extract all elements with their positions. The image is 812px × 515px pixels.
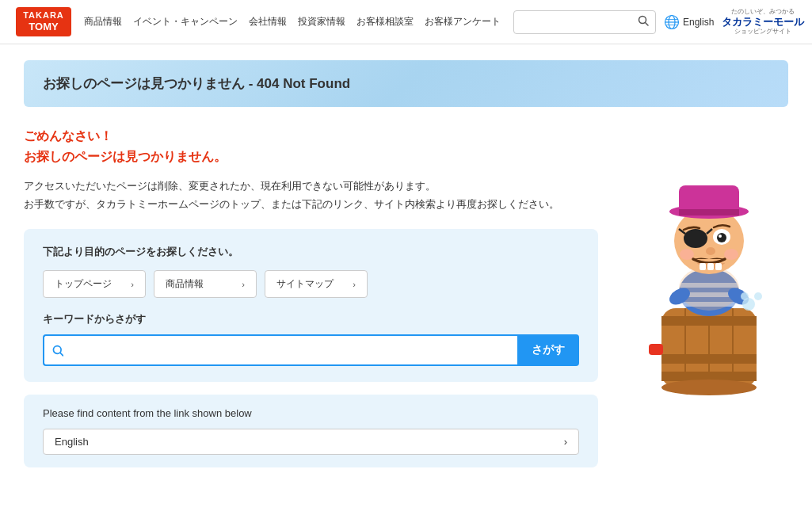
- error-banner: お探しのページは見つかりません - 404 Not Found: [24, 60, 788, 107]
- nav-item-investors[interactable]: 投資家情報: [298, 15, 345, 29]
- english-link-button[interactable]: English ›: [43, 429, 579, 455]
- svg-point-30: [684, 229, 707, 248]
- error-heading-line2: お探しのページは見つかりません。: [24, 147, 598, 167]
- link-box-title: 下記より目的のページをお探しください。: [43, 245, 579, 259]
- svg-rect-39: [715, 263, 722, 270]
- logo-line2: TOMY: [29, 21, 58, 33]
- keyword-input-wrap: [43, 334, 517, 366]
- svg-rect-38: [707, 263, 714, 270]
- search-icon: [638, 15, 649, 26]
- takara-tomy-logo[interactable]: TAKARA TOMY: [16, 7, 71, 36]
- svg-rect-16: [649, 344, 663, 355]
- left-content: ごめんなさい！ お探しのページは見つかりません。 アクセスいただいたページは削除…: [24, 126, 598, 467]
- svg-point-36: [706, 247, 715, 255]
- sitemap-label: サイトマップ: [276, 277, 334, 291]
- top-page-label: トップページ: [55, 277, 112, 291]
- chevron-icon: ›: [353, 280, 356, 289]
- nav-item-products[interactable]: 商品情報: [84, 15, 122, 29]
- lang-label: English: [683, 17, 714, 28]
- logo-line1: TAKARA: [23, 10, 64, 21]
- svg-rect-37: [700, 263, 706, 270]
- nav-item-events[interactable]: イベント・キャンペーン: [133, 15, 238, 29]
- nav-item-company[interactable]: 会社情報: [249, 15, 287, 29]
- keyword-search: さがす: [43, 334, 579, 366]
- chevron-icon: ›: [131, 280, 134, 289]
- error-heading-line1: ごめんなさい！: [24, 126, 598, 147]
- banner-title: お探しのページは見つかりません - 404 Not Found: [43, 74, 769, 93]
- products-button[interactable]: 商品情報 ›: [154, 270, 257, 298]
- keyword-input[interactable]: [68, 345, 509, 357]
- svg-line-8: [60, 353, 63, 355]
- english-box: Please find content from the link shown …: [24, 395, 598, 467]
- svg-rect-29: [679, 209, 739, 216]
- content-area: ごめんなさい！ お探しのページは見つかりません。 アクセスいただいたページは削除…: [24, 126, 788, 467]
- svg-point-40: [680, 249, 694, 260]
- keyword-title: キーワードからさがす: [43, 312, 579, 326]
- nav-item-survey[interactable]: お客様アンケート: [425, 15, 501, 29]
- right-content: [614, 126, 788, 467]
- top-page-button[interactable]: トップページ ›: [43, 270, 146, 298]
- takara-mall-link[interactable]: たのしいぞ、みつかる タカラミーモール ショッピングサイト: [722, 8, 804, 36]
- products-label: 商品情報: [166, 277, 204, 291]
- main-nav: 商品情報 イベント・キャンペーン 会社情報 投資家情報 お客様相談室 お客様アン…: [84, 15, 501, 29]
- mall-sub: ショッピングサイト: [734, 28, 791, 36]
- header-search-box[interactable]: [513, 10, 656, 34]
- svg-point-35: [719, 235, 722, 238]
- header-search-button[interactable]: [638, 15, 649, 29]
- pirate-illustration: [622, 134, 780, 403]
- sitemap-button[interactable]: サイトマップ ›: [265, 270, 368, 298]
- language-selector[interactable]: English: [664, 14, 714, 30]
- search-icon: [52, 345, 63, 357]
- site-header: TAKARA TOMY 商品情報 イベント・キャンペーン 会社情報 投資家情報 …: [0, 0, 812, 44]
- svg-point-41: [724, 249, 738, 260]
- nav-item-support[interactable]: お客様相談室: [356, 15, 414, 29]
- error-description: アクセスいただいたページは削除、変更されたか、現在利用できない可能性があります。…: [24, 177, 598, 213]
- header-right: English たのしいぞ、みつかる タカラミーモール ショッピングサイト: [513, 8, 804, 36]
- svg-line-1: [646, 23, 649, 26]
- link-buttons: トップページ › 商品情報 › サイトマップ ›: [43, 270, 579, 298]
- chevron-icon: ›: [564, 436, 567, 448]
- pirate-svg: [622, 134, 780, 403]
- chevron-icon: ›: [242, 280, 245, 289]
- link-box: 下記より目的のページをお探しください。 トップページ › 商品情報 › サイトマ…: [24, 229, 598, 382]
- svg-point-34: [717, 233, 726, 242]
- svg-point-43: [754, 292, 762, 300]
- error-desc-line2: お手数ですが、タカラトミーホームページのトップ、または下記のリンク、サイト内検索…: [24, 196, 598, 214]
- svg-point-44: [741, 292, 749, 300]
- english-link-label: English: [55, 436, 89, 448]
- mall-name: タカラミーモール: [722, 16, 804, 29]
- sagasu-button[interactable]: さがす: [517, 334, 579, 366]
- english-box-title: Please find content from the link shown …: [43, 407, 579, 419]
- header-search-input[interactable]: [520, 17, 633, 28]
- main-content: お探しのページは見つかりません - 404 Not Found ごめんなさい！ …: [0, 44, 812, 491]
- mall-tagline: たのしいぞ、みつかる: [731, 8, 795, 16]
- error-heading: ごめんなさい！ お探しのページは見つかりません。: [24, 126, 598, 166]
- svg-point-17: [661, 380, 757, 395]
- globe-icon: [664, 14, 680, 30]
- error-desc-line1: アクセスいただいたページは削除、変更されたか、現在利用できない可能性があります。: [24, 177, 598, 196]
